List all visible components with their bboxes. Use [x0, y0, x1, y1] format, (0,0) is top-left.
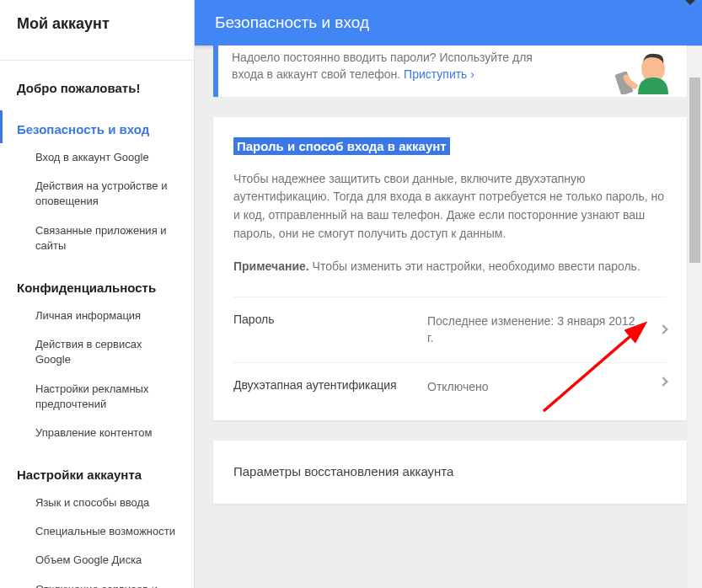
promo-card: Надоело постоянно вводить пароли? Исполь… [213, 45, 687, 97]
page-header: Безопасность и вход [195, 0, 702, 45]
sidebar-item-connected-apps[interactable]: Связанные приложения и сайты [0, 216, 194, 260]
sidebar-item-content[interactable]: Управление контентом [0, 419, 194, 447]
sidebar-item-storage[interactable]: Объем Google Диска [0, 546, 194, 575]
sidebar-item-device-activity[interactable]: Действия на устройстве и оповещения [0, 172, 194, 216]
sidebar-section-security[interactable]: Безопасность и вход [0, 110, 194, 143]
panel-title: Пароль и способ входа в аккаунт [233, 137, 450, 155]
setting-row-2fa[interactable]: Двухэтапная аутентификация Отключено [233, 362, 667, 400]
sidebar-welcome[interactable]: Добро пожаловать! [0, 69, 194, 102]
sidebar-item-disable-services[interactable]: Отключение сервисов и [0, 575, 194, 588]
sidebar-item-signin[interactable]: Вход в аккаунт Google [0, 143, 194, 172]
promo-illustration [586, 45, 687, 94]
sidebar-section-account[interactable]: Настройки аккаунта [0, 456, 194, 489]
divider [0, 60, 194, 61]
promo-cta-link[interactable]: Приступить [404, 67, 474, 81]
sidebar-section-privacy[interactable]: Конфиденциальность [0, 269, 194, 302]
sidebar-item-accessibility[interactable]: Специальные возможности [0, 517, 194, 546]
panel-note: Примечание. Чтобы изменить эти настройки… [233, 258, 667, 276]
sidebar-item-activity[interactable]: Действия в сервисах Google [0, 330, 194, 374]
recovery-panel-title: Параметры восстановления аккаунта [233, 461, 667, 478]
setting-value-2fa: Отключено [427, 378, 667, 395]
signin-method-panel: Пароль и способ входа в аккаунт Чтобы на… [213, 117, 687, 420]
sidebar-item-language[interactable]: Язык и способы ввода [0, 489, 194, 517]
setting-label-password: Пароль [233, 313, 427, 326]
panel-description: Чтобы надежнее защитить свои данные, вкл… [233, 170, 667, 243]
main-content: Безопасность и вход Надоело постоянно вв… [195, 0, 702, 588]
setting-row-password[interactable]: Пароль Последнее изменение: 3 января 201… [233, 297, 667, 362]
sidebar: Мой аккаунт Добро пожаловать! Безопаснос… [0, 0, 195, 588]
setting-label-2fa: Двухэтапная аутентификация [233, 378, 427, 392]
scrollbar-thumb[interactable] [689, 78, 700, 263]
sidebar-item-ads[interactable]: Настройки рекламных предпочтений [0, 375, 194, 419]
sidebar-item-personal-info[interactable]: Личная информация [0, 302, 194, 330]
recovery-panel: Параметры восстановления аккаунта [213, 441, 687, 504]
page-title: Безопасность и вход [215, 13, 369, 31]
sidebar-title: Мой аккаунт [0, 0, 194, 51]
setting-value-password: Последнее изменение: 3 января 2012 г. [427, 313, 667, 347]
